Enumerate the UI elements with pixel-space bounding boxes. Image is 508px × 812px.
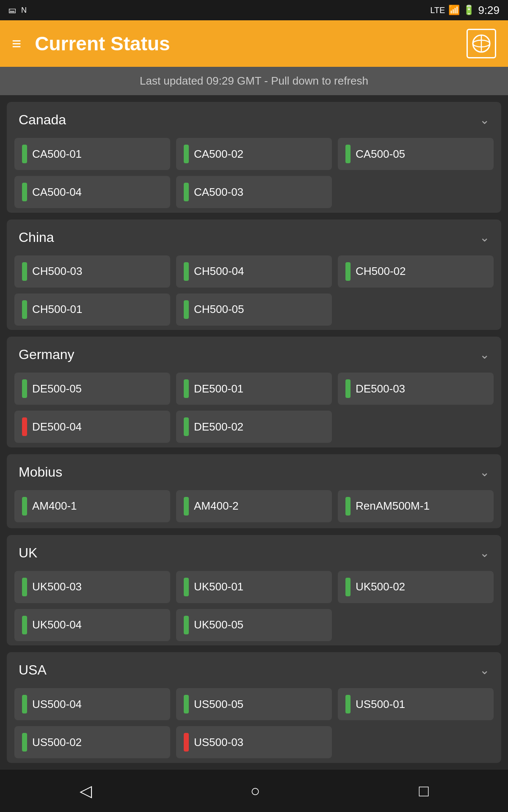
list-item[interactable]: DE500-01 xyxy=(176,373,332,405)
status-bar-left: 🖴 N xyxy=(8,6,27,15)
list-item[interactable]: UK500-05 xyxy=(176,609,332,641)
list-item[interactable]: CH500-01 xyxy=(14,294,170,326)
device-label: RenAM500M-1 xyxy=(356,499,430,513)
section-title-germany: Germany xyxy=(19,347,75,362)
device-label: AM400-2 xyxy=(194,499,239,513)
chevron-down-icon: ⌄ xyxy=(480,113,489,127)
status-indicator-green xyxy=(22,145,27,163)
section-title-china: China xyxy=(19,230,54,245)
device-label: DE500-02 xyxy=(194,420,243,433)
status-indicator-red xyxy=(22,417,27,436)
device-label: US500-01 xyxy=(356,698,405,711)
section-germany: Germany⌄DE500-05DE500-01DE500-03DE500-04… xyxy=(7,337,501,447)
status-indicator-green xyxy=(345,695,351,713)
device-label: UK500-05 xyxy=(194,618,243,631)
list-item[interactable]: CA500-01 xyxy=(14,138,170,170)
list-item[interactable]: DE500-02 xyxy=(176,411,332,443)
device-label: CA500-05 xyxy=(356,148,405,161)
list-item[interactable]: CH500-04 xyxy=(176,255,332,288)
nav-bar: ◁ ○ □ xyxy=(0,770,508,812)
list-item[interactable]: US500-04 xyxy=(14,688,170,720)
list-item[interactable]: US500-01 xyxy=(338,688,494,720)
status-indicator-green xyxy=(22,379,27,398)
list-item[interactable]: DE500-04 xyxy=(14,411,170,443)
status-indicator-green xyxy=(22,497,27,516)
section-header-usa[interactable]: USA⌄ xyxy=(7,652,501,688)
device-label: UK500-02 xyxy=(356,580,405,593)
list-item[interactable]: CA500-05 xyxy=(338,138,494,170)
chevron-down-icon: ⌄ xyxy=(480,663,489,677)
hamburger-menu-icon[interactable]: ≡ xyxy=(12,36,21,52)
device-label: UK500-03 xyxy=(32,580,82,593)
device-label: CA500-01 xyxy=(32,148,82,161)
status-indicator-green xyxy=(22,733,27,752)
device-grid-uk: UK500-03UK500-01UK500-02UK500-04UK500-05 xyxy=(7,571,501,646)
status-indicator-red xyxy=(184,733,189,752)
list-item[interactable]: CH500-03 xyxy=(14,255,170,288)
status-indicator-green xyxy=(345,145,351,163)
list-item[interactable]: CH500-05 xyxy=(176,294,332,326)
list-item[interactable]: US500-05 xyxy=(176,688,332,720)
section-header-china[interactable]: China⌄ xyxy=(7,219,501,255)
device-grid-germany: DE500-05DE500-01DE500-03DE500-04DE500-02 xyxy=(7,373,501,447)
main-content: Canada⌄CA500-01CA500-02CA500-05CA500-04C… xyxy=(0,95,508,770)
section-header-mobius[interactable]: Mobius⌄ xyxy=(7,454,501,490)
list-item[interactable]: UK500-03 xyxy=(14,571,170,603)
status-indicator-green xyxy=(345,497,351,516)
section-usa: USA⌄US500-04US500-05US500-01US500-02US50… xyxy=(7,652,501,763)
app-logo[interactable] xyxy=(467,29,496,58)
section-mobius: Mobius⌄AM400-1AM400-2RenAM500M-1 xyxy=(7,454,501,528)
status-bar: 🖴 N LTE 📶 🔋 9:29 xyxy=(0,0,508,20)
section-title-uk: UK xyxy=(19,545,37,561)
section-header-canada[interactable]: Canada⌄ xyxy=(7,102,501,138)
list-item[interactable]: AM400-1 xyxy=(14,490,170,522)
list-item[interactable]: CA500-04 xyxy=(14,176,170,208)
list-item[interactable]: AM400-2 xyxy=(176,490,332,522)
list-item[interactable]: UK500-01 xyxy=(176,571,332,603)
status-indicator-green xyxy=(345,578,351,596)
list-item[interactable]: RenAM500M-1 xyxy=(338,490,494,522)
device-label: CH500-02 xyxy=(356,265,406,278)
list-item[interactable]: UK500-04 xyxy=(14,609,170,641)
device-label: US500-05 xyxy=(194,698,243,711)
status-indicator-green xyxy=(22,578,27,596)
section-header-uk[interactable]: UK⌄ xyxy=(7,535,501,571)
section-canada: Canada⌄CA500-01CA500-02CA500-05CA500-04C… xyxy=(7,102,501,213)
status-indicator-green xyxy=(184,183,189,201)
device-label: US500-04 xyxy=(32,698,82,711)
back-button[interactable]: ◁ xyxy=(63,777,109,804)
list-item[interactable]: CA500-03 xyxy=(176,176,332,208)
device-label: CH500-01 xyxy=(32,303,83,316)
list-item[interactable]: CH500-02 xyxy=(338,255,494,288)
home-button[interactable]: ○ xyxy=(234,778,277,804)
list-item[interactable]: US500-02 xyxy=(14,726,170,758)
device-grid-canada: CA500-01CA500-02CA500-05CA500-04CA500-03 xyxy=(7,138,501,213)
device-label: UK500-04 xyxy=(32,618,82,631)
device-label: UK500-01 xyxy=(194,580,243,593)
device-label: CA500-02 xyxy=(194,148,243,161)
status-indicator-green xyxy=(22,183,27,201)
section-uk: UK⌄UK500-03UK500-01UK500-02UK500-04UK500… xyxy=(7,535,501,646)
device-label: US500-02 xyxy=(32,736,82,749)
status-indicator-green xyxy=(22,300,27,319)
device-grid-mobius: AM400-1AM400-2RenAM500M-1 xyxy=(7,490,501,528)
section-title-mobius: Mobius xyxy=(19,464,62,480)
signal-icon: 📶 xyxy=(448,5,460,16)
status-indicator-green xyxy=(184,616,189,634)
status-indicator-green xyxy=(184,417,189,436)
lte-icon: LTE xyxy=(430,5,445,15)
chevron-down-icon: ⌄ xyxy=(480,465,489,479)
section-title-usa: USA xyxy=(19,662,47,678)
device-label: CA500-04 xyxy=(32,186,82,199)
status-indicator-green xyxy=(184,578,189,596)
device-label: AM400-1 xyxy=(32,499,77,513)
list-item[interactable]: UK500-02 xyxy=(338,571,494,603)
recent-button[interactable]: □ xyxy=(402,778,446,804)
list-item[interactable]: DE500-05 xyxy=(14,373,170,405)
device-label: CH500-04 xyxy=(194,265,244,278)
list-item[interactable]: US500-03 xyxy=(176,726,332,758)
list-item[interactable]: DE500-03 xyxy=(338,373,494,405)
list-item[interactable]: CA500-02 xyxy=(176,138,332,170)
section-header-germany[interactable]: Germany⌄ xyxy=(7,337,501,373)
update-text: Last updated 09:29 GMT - Pull down to re… xyxy=(140,74,368,87)
